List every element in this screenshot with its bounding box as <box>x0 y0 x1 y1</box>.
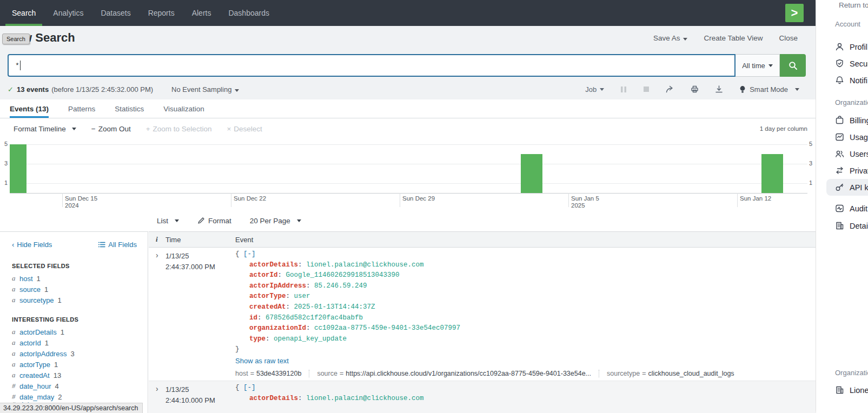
caret-down-icon <box>768 64 773 67</box>
menu-item-security[interactable]: Secur <box>835 59 868 68</box>
json-line[interactable]: actorId: Google_114602629918513043390 <box>235 270 816 281</box>
meta-source[interactable]: source=https://api.clickhouse.cloud/v1/o… <box>309 370 591 377</box>
caret-down-icon <box>600 88 604 91</box>
meta-host[interactable]: host=53de4339120b <box>235 370 301 377</box>
timeline-plot: 113355Sun Dec 152024Sun Dec 22Sun Dec 29… <box>0 138 816 210</box>
time-range-picker[interactable]: All time <box>736 54 780 77</box>
menu-item-label: Billing <box>850 116 868 125</box>
field-actorId[interactable]: aactorId1 <box>12 337 137 348</box>
field-createdAt[interactable]: acreatedAt13 <box>12 370 137 381</box>
search-mode-dropdown[interactable]: Smart Mode <box>739 85 799 94</box>
format-timeline-dropdown[interactable]: Format Timeline <box>14 125 76 133</box>
deselect-button[interactable]: ×Deselect <box>227 125 262 133</box>
field-actorIpAddress[interactable]: aactorIpAddress3 <box>12 348 137 359</box>
show-raw-text-link[interactable]: Show as raw text <box>235 357 289 365</box>
zoom-out-button[interactable]: −Zoom Out <box>91 125 131 133</box>
caret-down-icon <box>235 89 239 92</box>
x-axis-tick <box>62 193 63 207</box>
json-colon: : <box>266 335 270 343</box>
nav-item-reports[interactable]: Reports <box>140 0 183 26</box>
json-line[interactable]: type: openapi_key_update <box>235 334 816 345</box>
menu-item-billing[interactable]: Billing <box>835 116 868 125</box>
pause-button[interactable] <box>620 86 627 93</box>
field-count: 13 <box>54 371 61 379</box>
menu-item-audit[interactable]: Audit <box>835 204 867 213</box>
event-sampling-dropdown[interactable]: No Event Sampling <box>171 85 239 94</box>
json-key: id <box>249 314 257 322</box>
field-name: createdAt <box>19 371 50 379</box>
json-line[interactable]: actorIpAddress: 85.246.59.249 <box>235 281 816 292</box>
menu-item-label: Audit <box>850 204 867 213</box>
menu-item-usage[interactable]: Usag <box>835 132 868 142</box>
meta-sourcetype[interactable]: sourcetype=clickhouse_cloud_audit_logs <box>599 370 734 377</box>
json-collapse-toggle[interactable]: [-] <box>243 250 256 258</box>
json-line[interactable]: actorDetails: lionel.palacin@clickhouse.… <box>235 394 816 404</box>
nav-item-alerts[interactable]: Alerts <box>183 0 220 26</box>
nav-item-dashboards[interactable]: Dashboards <box>220 0 278 26</box>
job-menu-button[interactable]: Job <box>585 85 604 94</box>
per-page-dropdown[interactable]: 20 Per Page <box>250 217 301 225</box>
field-actorType[interactable]: aactorType1 <box>12 359 137 370</box>
menu-item-profile[interactable]: Profil <box>835 42 867 51</box>
pencil-icon <box>197 217 205 224</box>
search-input[interactable]: * <box>8 54 736 77</box>
x-axis-tick <box>737 193 738 207</box>
x-icon: × <box>227 125 231 133</box>
menu-item-organization[interactable]: Lione <box>835 385 868 395</box>
expand-chevron-icon[interactable]: › <box>149 383 165 413</box>
stop-button[interactable] <box>643 86 650 92</box>
json-collapse-toggle[interactable]: [-] <box>243 384 256 391</box>
json-line[interactable]: actorDetails: lionel.palacin@clickhouse.… <box>235 260 816 271</box>
caret-down-icon <box>795 88 799 91</box>
tab-events[interactable]: Events (13) <box>10 99 49 118</box>
menu-item-api-keys[interactable]: API ke <box>835 183 868 192</box>
organization-switcher-title: Organizatio <box>835 369 868 377</box>
menu-item-notifications[interactable]: Notifi <box>835 76 867 85</box>
field-sourcetype[interactable]: asourcetype1 <box>12 295 137 305</box>
field-source[interactable]: asource1 <box>12 284 137 295</box>
splunk-logo-icon[interactable]: > <box>785 4 804 22</box>
timeline-bar[interactable] <box>521 154 542 193</box>
all-fields-button[interactable]: All Fields <box>98 241 137 249</box>
json-line[interactable]: id: 678526d582c1f20fac4babfb <box>235 313 816 324</box>
meta-key: host <box>235 370 248 377</box>
nav-item-search[interactable]: Search <box>3 0 44 26</box>
close-button[interactable]: Close <box>779 34 798 42</box>
menu-item-private[interactable]: Privat <box>835 166 868 175</box>
x-axis-tick <box>231 193 231 207</box>
format-results-button[interactable]: Format <box>197 217 231 225</box>
share-button[interactable] <box>666 85 674 93</box>
return-to-link[interactable]: Return to <box>839 1 868 9</box>
expand-chevron-icon[interactable]: › <box>149 249 165 381</box>
nav-item-datasets[interactable]: Datasets <box>92 0 139 26</box>
list-view-dropdown[interactable]: List <box>157 217 179 225</box>
field-date-hour[interactable]: #date_hour4 <box>12 381 137 391</box>
create-table-view-button[interactable]: Create Table View <box>704 34 763 42</box>
field-actorDetails[interactable]: aactorDetails1 <box>12 327 137 337</box>
tab-visualization[interactable]: Visualization <box>163 99 204 118</box>
tab-statistics[interactable]: Statistics <box>115 99 144 118</box>
timeline-scale-note: 1 day per column <box>760 125 816 132</box>
json-line[interactable]: actorType: user <box>235 291 816 302</box>
json-line[interactable]: organizationId: cc1092aa-8775-459e-9401-… <box>235 323 816 334</box>
save-as-button[interactable]: Save As <box>653 34 688 42</box>
menu-item-details[interactable]: Detai <box>835 221 868 230</box>
timeline-bar[interactable] <box>761 154 783 193</box>
hide-fields-button[interactable]: ‹Hide Fields <box>12 241 52 249</box>
menu-item-users[interactable]: Users <box>835 149 868 158</box>
search-button[interactable] <box>780 54 806 77</box>
zoom-to-selection-button[interactable]: +Zoom to Selection <box>146 125 212 133</box>
export-button[interactable] <box>715 85 723 93</box>
timeline-controls: Format Timeline −Zoom Out +Zoom to Selec… <box>0 119 816 138</box>
field-date-mday[interactable]: #date_mday2 <box>12 391 137 402</box>
field-host[interactable]: ahost1 <box>12 273 137 284</box>
json-line[interactable]: createdAt: 2025-01-13T14:44:37Z <box>235 302 816 313</box>
timeline-bar[interactable] <box>10 144 26 193</box>
tab-patterns[interactable]: Patterns <box>68 99 95 118</box>
plus-icon: + <box>146 125 150 133</box>
json-value: openapi_key_update <box>274 335 347 343</box>
print-button[interactable] <box>691 85 699 93</box>
search-bar: * All time <box>8 54 806 77</box>
menu-item-label: Profil <box>850 43 867 51</box>
nav-item-analytics[interactable]: Analytics <box>44 0 92 26</box>
